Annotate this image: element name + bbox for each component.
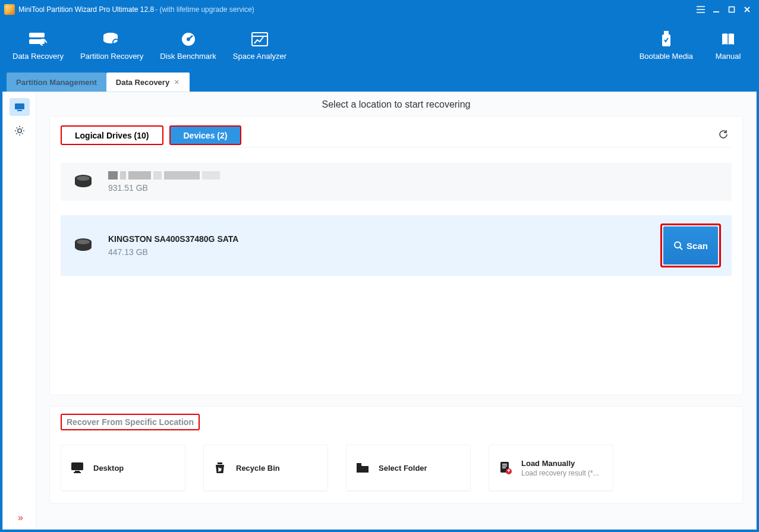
search-icon: [673, 241, 683, 250]
tool-label: Data Recovery: [12, 52, 64, 61]
work-area: » Select a location to start recovering …: [2, 92, 757, 530]
hard-drive-icon: [71, 237, 95, 254]
tab-label: Data Recovery: [116, 78, 169, 87]
card-desktop[interactable]: Desktop: [61, 445, 185, 491]
close-button[interactable]: [739, 4, 755, 15]
document-icon: [497, 461, 513, 475]
svg-point-16: [675, 242, 681, 248]
svg-point-11: [17, 129, 21, 133]
scan-button[interactable]: Scan: [663, 226, 718, 265]
svg-rect-18: [75, 471, 80, 472]
device-size: 447.13 GB: [108, 247, 238, 257]
tool-label: Partition Recovery: [80, 52, 143, 61]
tool-bootable-media[interactable]: Bootable Media: [631, 28, 701, 63]
svg-rect-10: [17, 110, 22, 111]
device-size: 931.51 GB: [108, 183, 220, 193]
tab-data-recovery[interactable]: Data Recovery ×: [106, 73, 190, 92]
tab-row: Partition Management Data Recovery ×: [1, 72, 758, 92]
tool-label: Bootable Media: [640, 52, 693, 61]
card-load-manually[interactable]: Load Manually Load recovery result (*...: [489, 445, 613, 491]
svg-rect-7: [664, 31, 669, 34]
svg-rect-17: [71, 462, 83, 470]
scan-label: Scan: [686, 241, 708, 251]
chip-label: Logical Drives (10): [75, 131, 149, 140]
app-title: MiniTool Partition Wizard Pro Ultimate 1…: [18, 5, 154, 14]
recover-location-panel: Recover From Specific Location Desktop R…: [49, 406, 743, 503]
filter-row: Logical Drives (10) Devices (2): [61, 124, 732, 147]
sidebar-settings-button[interactable]: [10, 122, 30, 140]
tool-label: Manual: [716, 52, 741, 61]
tool-partition-recovery[interactable]: Partition Recovery: [72, 28, 152, 63]
space-analyzer-icon: [250, 30, 270, 48]
partition-recovery-icon: [102, 30, 122, 48]
svg-rect-19: [74, 472, 81, 473]
device-item[interactable]: 931.51 GB: [61, 163, 732, 201]
card-sublabel: Load recovery result (*...: [521, 469, 599, 477]
scan-highlight: Scan: [660, 223, 721, 267]
app-icon: [4, 4, 15, 15]
app-title-suffix: - (with lifetime upgrade service): [155, 5, 254, 14]
tab-close-icon[interactable]: ×: [173, 77, 180, 87]
maximize-button[interactable]: [724, 4, 739, 15]
location-cards: Desktop Recycle Bin Select Folder: [61, 445, 732, 491]
main-toolbar: Data Recovery Partition Recovery Disk Be…: [1, 18, 758, 72]
svg-rect-1: [29, 33, 45, 37]
tool-label: Disk Benchmark: [160, 52, 216, 61]
recover-section-title: Recover From Specific Location: [61, 414, 200, 430]
svg-rect-21: [357, 463, 361, 465]
tab-label: Partition Management: [16, 78, 97, 87]
device-list: 931.51 GB KINGSTON SA400S37480G SATA 447…: [61, 147, 732, 276]
device-panel: Logical Drives (10) Devices (2): [49, 116, 743, 395]
desktop-icon: [70, 461, 85, 474]
svg-rect-0: [729, 7, 735, 12]
tab-partition-management[interactable]: Partition Management: [7, 73, 106, 92]
tool-space-analyzer[interactable]: Space Analyzer: [225, 28, 295, 63]
page-heading: Select a location to start recovering: [36, 92, 756, 116]
book-icon: [718, 30, 738, 48]
hard-drive-icon: [71, 173, 95, 191]
card-label: Load Manually: [521, 459, 599, 468]
app-window: MiniTool Partition Wizard Pro Ultimate 1…: [0, 0, 759, 532]
chip-logical-drives[interactable]: Logical Drives (10): [61, 125, 163, 145]
card-recycle-bin[interactable]: Recycle Bin: [203, 445, 328, 491]
sidebar-expand-icon[interactable]: »: [18, 512, 21, 523]
tool-label: Space Analyzer: [233, 52, 286, 61]
svg-rect-2: [29, 39, 45, 44]
menu-icon[interactable]: [693, 4, 708, 15]
chip-devices[interactable]: Devices (2): [169, 125, 242, 145]
content-area: Select a location to start recovering Lo…: [36, 92, 756, 529]
card-select-folder[interactable]: Select Folder: [346, 445, 471, 491]
usb-icon: [656, 30, 676, 48]
device-name-redacted: [108, 171, 220, 180]
refresh-button[interactable]: [715, 126, 732, 143]
data-recovery-icon: [28, 30, 48, 48]
tool-data-recovery[interactable]: Data Recovery: [4, 28, 72, 63]
left-sidebar: »: [3, 92, 36, 529]
tool-disk-benchmark[interactable]: Disk Benchmark: [152, 28, 225, 63]
svg-rect-20: [218, 462, 222, 464]
chip-label: Devices (2): [184, 131, 228, 140]
recycle-bin-icon: [212, 461, 228, 474]
svg-point-13: [77, 176, 90, 181]
title-bar: MiniTool Partition Wizard Pro Ultimate 1…: [1, 1, 758, 18]
svg-rect-6: [252, 33, 267, 46]
folder-icon: [355, 462, 370, 474]
svg-rect-9: [15, 103, 24, 109]
card-label: Select Folder: [379, 464, 427, 473]
card-label: Recycle Bin: [236, 464, 280, 473]
device-item-selected[interactable]: KINGSTON SA400S37480G SATA 447.13 GB Sca…: [61, 215, 732, 276]
tool-manual[interactable]: Manual: [701, 28, 755, 63]
svg-point-15: [77, 240, 90, 244]
disk-benchmark-icon: [178, 30, 199, 48]
sidebar-home-button[interactable]: [10, 98, 30, 116]
device-name: KINGSTON SA400S37480G SATA: [108, 234, 238, 244]
minimize-button[interactable]: [708, 4, 724, 15]
card-label: Desktop: [93, 464, 124, 473]
